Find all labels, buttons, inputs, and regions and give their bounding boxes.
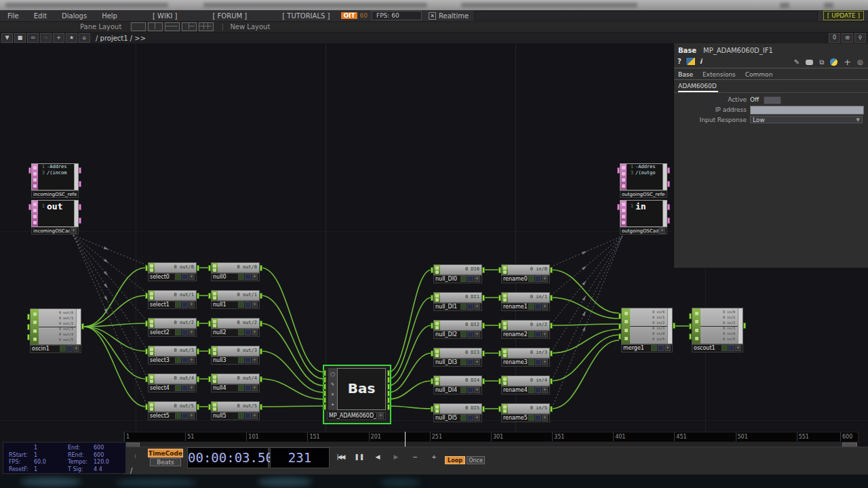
output-connector[interactable] [550, 267, 553, 273]
plus-flag-icon[interactable]: + [542, 415, 548, 421]
plus-flag-icon[interactable]: + [665, 345, 671, 351]
viewer-flag-icon[interactable] [175, 302, 181, 308]
input-connector[interactable] [27, 334, 30, 340]
plus-flag-icon[interactable]: + [252, 302, 258, 308]
node-body[interactable]: 0 in/00 in/10 in/20 in/30 in/40 in/5 [621, 308, 673, 344]
plus-flag-icon[interactable]: + [474, 331, 480, 338]
bypass-flag-icon[interactable] [467, 415, 473, 421]
copy-icon[interactable]: ⧉ [819, 58, 824, 66]
bypass-flag-icon[interactable] [535, 304, 541, 310]
input-connector[interactable] [431, 295, 433, 301]
bypass-flag-icon[interactable] [182, 274, 188, 280]
param-tab-extensions[interactable]: Extensions [703, 71, 736, 78]
plus-flag-icon[interactable]: + [189, 329, 195, 336]
bypass-flag-icon[interactable] [467, 387, 473, 393]
plus-flag-icon[interactable]: + [189, 274, 195, 280]
output-connector[interactable] [387, 384, 390, 390]
layout-vsplit-icon[interactable] [148, 22, 163, 31]
bypass-flag-icon[interactable] [245, 329, 251, 336]
output-connector[interactable] [482, 378, 485, 384]
bypass-flag-icon[interactable] [467, 304, 473, 310]
input-connector[interactable] [145, 348, 148, 354]
python-help-icon[interactable] [686, 57, 696, 66]
pause-button[interactable]: ❚❚ [353, 452, 366, 462]
input-connector[interactable] [498, 378, 501, 384]
output-connector[interactable] [260, 348, 262, 354]
viewer-flag-icon[interactable] [651, 345, 657, 351]
plus-flag-icon[interactable]: + [474, 304, 480, 310]
node-body[interactable]: 0 in/0 [501, 264, 550, 275]
timecode-button[interactable]: TimeCode [148, 449, 183, 458]
dat-connector[interactable] [667, 204, 670, 210]
viewer-flag-icon[interactable] [460, 304, 467, 310]
output-connector[interactable] [550, 406, 553, 412]
output-connector[interactable] [260, 321, 262, 327]
output-connector[interactable] [197, 293, 199, 299]
node-body[interactable]: 0 out/2 [211, 318, 260, 329]
node-body[interactable]: 0 out/3 [148, 346, 197, 357]
viewer-flag-icon[interactable] [175, 385, 181, 391]
output-connector[interactable] [550, 323, 553, 329]
node-flag-icon[interactable]: ◯ [330, 371, 335, 376]
output-connector[interactable] [197, 404, 199, 410]
plus-flag-icon[interactable]: + [474, 276, 480, 282]
bookmark-star-icon[interactable]: ★ [66, 33, 77, 43]
bypass-flag-icon[interactable] [245, 413, 251, 419]
input-connector[interactable] [27, 324, 30, 330]
menu-tutorials-link[interactable]: [ TUTORIALS ] [275, 12, 337, 20]
input-connector[interactable] [618, 323, 621, 329]
plus-flag-icon[interactable]: + [474, 359, 480, 365]
active-toggle[interactable] [764, 96, 781, 104]
output-connector[interactable] [197, 321, 199, 327]
input-connector[interactable] [498, 350, 501, 357]
plus-flag-icon[interactable]: + [252, 413, 258, 419]
viewer-flag-icon[interactable] [238, 385, 244, 391]
plus-flag-icon[interactable]: + [474, 415, 480, 421]
input-connector[interactable] [323, 397, 326, 403]
viewer-flag-icon[interactable] [528, 331, 534, 338]
layout-hsplit-icon[interactable] [165, 22, 180, 31]
add-parameter-icon[interactable]: + [844, 57, 851, 67]
realtime-checkbox[interactable]: ✕ [429, 12, 436, 20]
node-body[interactable]: 0 in/1 [501, 292, 550, 303]
node-body[interactable]: 0 out/4 [148, 373, 197, 384]
plus-flag-icon[interactable]: + [474, 387, 480, 393]
param-page-tab[interactable]: ADAM6060D [678, 83, 718, 92]
viewer-flag-icon[interactable] [528, 415, 534, 421]
viewer-flag-icon[interactable] [175, 413, 181, 419]
menu-forum-link[interactable]: [ FORUM ] [205, 12, 255, 20]
fps-field[interactable]: FPS: 60 [372, 11, 422, 20]
once-button[interactable]: Once [467, 456, 485, 464]
oit-badge[interactable]: OIT [341, 12, 357, 19]
bypass-flag-icon[interactable] [467, 359, 473, 365]
output-connector[interactable] [387, 404, 390, 410]
comment-icon[interactable] [806, 60, 813, 65]
node-body[interactable]: 0 out/5 [211, 401, 260, 412]
dat-connector[interactable] [79, 181, 81, 187]
input-connector[interactable] [431, 323, 433, 329]
plus-flag-icon[interactable]: + [542, 359, 548, 365]
input-connector[interactable] [689, 323, 692, 329]
plus-flag-icon[interactable]: + [73, 346, 79, 352]
menu-file[interactable]: File [0, 12, 26, 20]
input-connector[interactable] [208, 348, 211, 354]
output-connector[interactable] [482, 350, 485, 357]
node-body[interactable]: 0 in/00 in/10 in/20 in/30 in/40 in/5 [692, 308, 743, 344]
node-body[interactable]: 0 DI1 [433, 292, 482, 303]
plus-flag-icon[interactable]: + [542, 331, 548, 338]
node-body[interactable]: 0 out/1 [148, 290, 197, 301]
output-connector[interactable] [260, 404, 262, 410]
input-connector[interactable] [145, 265, 148, 271]
dat-connector[interactable] [79, 167, 81, 174]
output-connector[interactable] [550, 295, 553, 301]
param-tab-common[interactable]: Common [745, 71, 773, 78]
output-connector[interactable] [673, 323, 675, 329]
bypass-flag-icon[interactable] [467, 331, 473, 338]
target-icon[interactable]: ◎ [857, 58, 863, 66]
viewer-flag-icon[interactable] [722, 345, 728, 351]
output-connector[interactable] [387, 370, 390, 376]
input-connector[interactable] [323, 370, 326, 376]
dat-connector[interactable] [667, 167, 670, 174]
viewer-flag-icon[interactable] [528, 304, 534, 310]
input-connector[interactable] [145, 404, 148, 410]
